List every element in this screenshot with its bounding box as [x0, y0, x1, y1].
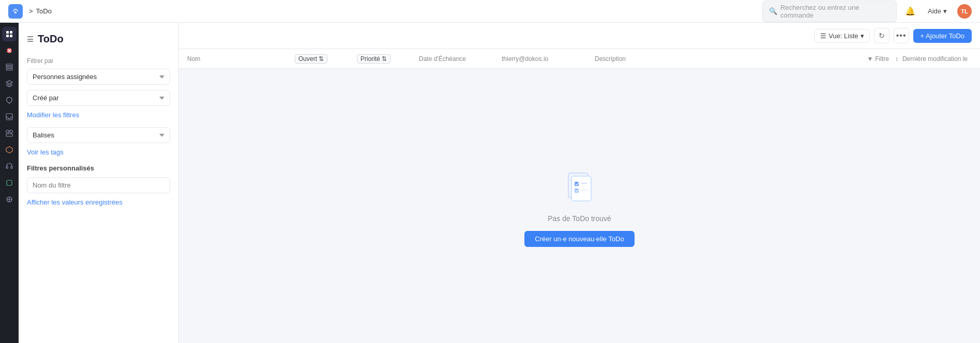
empty-state: Pas de ToDo trouvé Créer un·e nouveau·el… [179, 69, 980, 343]
col-priority[interactable]: Priorité ⇅ [353, 49, 415, 68]
breadcrumb-page: ToDo [36, 7, 52, 15]
refresh-button[interactable]: ↻ [874, 28, 889, 43]
priority-chip: Priorité ⇅ [357, 54, 390, 64]
status-arrows-icon: ⇅ [319, 55, 324, 63]
col-nom[interactable]: Nom [187, 49, 291, 68]
sidebar-item-home[interactable] [2, 27, 17, 41]
sidebar-item-modules[interactable] [2, 60, 17, 74]
col-date[interactable]: Date d'Échéance [415, 49, 497, 68]
create-todo-button[interactable]: Créer un·e nouveau·elle ToDo [524, 231, 635, 247]
priority-arrows-icon: ⇅ [382, 55, 387, 63]
svg-point-1 [14, 11, 17, 13]
toolbar: ☰ Vue: Liste ▾ ↻ ••• + Ajouter ToDo [179, 23, 980, 49]
sidebar-item-shield[interactable] [2, 93, 17, 107]
table-header: Nom Ouvert ⇅ Priorité ⇅ Date d'Échéance … [179, 49, 980, 69]
svg-rect-4 [6, 35, 9, 37]
sidebar-item-layers[interactable] [2, 126, 17, 141]
col-assignee[interactable]: thierry@dokos.io [497, 49, 591, 68]
col-nom-label: Nom [187, 55, 200, 63]
svg-rect-7 [6, 64, 12, 66]
filtre-label: Filtre [875, 55, 889, 63]
filter-icon: ▼ [867, 55, 873, 63]
svg-rect-5 [10, 35, 12, 37]
breadcrumb-sep: > [29, 7, 33, 15]
date-label: Date d'Échéance [419, 55, 466, 63]
priority-label: Priorité [360, 55, 380, 63]
topbar: > ToDo 🔍 Recherchez ou entrez une comman… [0, 0, 980, 23]
breadcrumb: > ToDo [29, 7, 52, 15]
col-filtre[interactable]: ▼ Filtre ↕ Dernière modification le [863, 49, 972, 68]
voir-tags-link[interactable]: Voir les tags [27, 148, 170, 156]
sidebar-item-bug[interactable] [2, 43, 17, 58]
svg-rect-2 [6, 31, 9, 34]
list-icon: ☰ [820, 32, 826, 40]
vue-liste-button[interactable]: ☰ Vue: Liste ▾ [815, 29, 869, 43]
svg-rect-11 [6, 130, 9, 133]
sidebar-item-square[interactable] [2, 176, 17, 190]
status-chip: Ouvert ⇅ [295, 54, 327, 64]
assignee-label: thierry@dokos.io [502, 55, 548, 63]
svg-rect-22 [581, 183, 587, 184]
aide-chevron-icon: ▾ [943, 7, 947, 15]
vue-chevron-icon: ▾ [861, 32, 864, 40]
page-title-text: ToDo [38, 33, 64, 45]
sidebar-item-hexagon[interactable] [2, 143, 17, 157]
svg-marker-14 [6, 147, 12, 153]
svg-rect-3 [10, 31, 12, 34]
svg-rect-12 [10, 130, 12, 133]
col-description[interactable]: Description [591, 49, 863, 68]
empty-message: Pas de ToDo trouvé [548, 214, 611, 223]
sort-icon: ↕ [895, 55, 898, 63]
aide-label: Aide [928, 7, 941, 15]
sidebar [0, 23, 19, 343]
app-logo[interactable] [8, 4, 23, 19]
filter-label: Filtrer par [27, 57, 170, 65]
modifier-filters-link[interactable]: Modifier les filtres [27, 111, 170, 119]
search-bar[interactable]: 🔍 Recherchez ou entrez une commande [762, 1, 897, 22]
svg-rect-8 [6, 67, 12, 68]
main-container: ☰ ToDo Filtrer par Personnes assignées C… [19, 23, 980, 343]
filter-balises-select[interactable]: Balises [27, 127, 170, 143]
svg-rect-13 [6, 134, 12, 136]
sidebar-item-grid[interactable] [2, 192, 17, 207]
svg-rect-17 [7, 180, 12, 185]
filter-name-input[interactable] [27, 177, 170, 193]
afficher-link[interactable]: Afficher les valeurs enregistrées [27, 198, 170, 206]
search-placeholder: Recherchez ou entrez une commande [780, 4, 890, 19]
modified-label: Dernière modification le [902, 55, 968, 63]
topbar-right: 🔍 Recherchez ou entrez une commande 🔔 Ai… [762, 1, 972, 22]
add-todo-button[interactable]: + Ajouter ToDo [913, 29, 972, 43]
svg-rect-15 [6, 166, 8, 168]
svg-rect-16 [11, 166, 12, 168]
avatar[interactable]: TL [957, 4, 972, 19]
sidebar-item-headset[interactable] [2, 159, 17, 174]
sidebar-item-inbox[interactable] [2, 110, 17, 124]
svg-rect-20 [571, 176, 591, 201]
vue-label: Vue: Liste [828, 32, 858, 40]
sidebar-item-stack[interactable] [2, 76, 17, 91]
left-panel: ☰ ToDo Filtrer par Personnes assignées C… [19, 23, 179, 343]
page-title: ☰ ToDo [27, 33, 170, 45]
description-label: Description [595, 55, 626, 63]
aide-button[interactable]: Aide ▾ [924, 5, 951, 17]
menu-icon: ☰ [27, 35, 34, 43]
svg-rect-24 [581, 190, 588, 191]
col-status[interactable]: Ouvert ⇅ [291, 49, 353, 68]
more-options-button[interactable]: ••• [894, 28, 909, 43]
svg-rect-9 [6, 69, 12, 70]
empty-icon [559, 165, 600, 206]
filter-assignees-select[interactable]: Personnes assignées [27, 69, 170, 85]
search-icon: 🔍 [769, 7, 777, 15]
notification-icon[interactable]: 🔔 [903, 4, 917, 19]
custom-filters-title: Filtres personnalisés [27, 164, 170, 172]
status-label: Ouvert [298, 55, 317, 63]
right-panel: ☰ Vue: Liste ▾ ↻ ••• + Ajouter ToDo Nom … [179, 23, 980, 343]
toolbar-right: ☰ Vue: Liste ▾ ↻ ••• + Ajouter ToDo [815, 28, 972, 43]
filter-created-by-select[interactable]: Créé par [27, 90, 170, 106]
